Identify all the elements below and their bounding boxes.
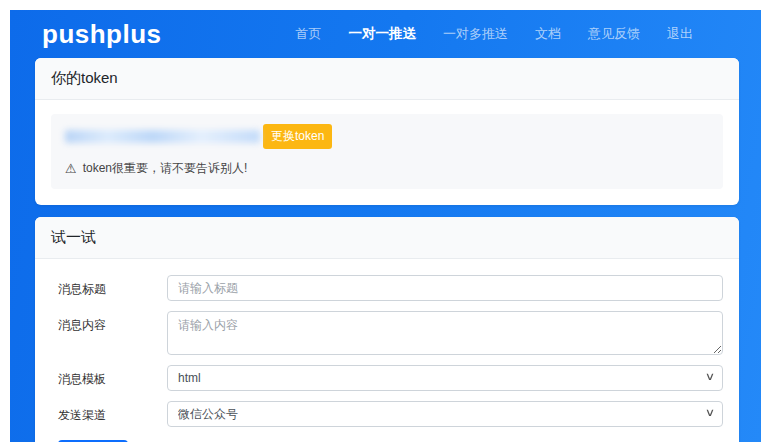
try-card-body: 消息标题 消息内容 消息模板 html ∨ 发送渠道: [35, 259, 739, 442]
send-channel-label: 发送渠道: [51, 401, 167, 424]
masked-token-value: [65, 130, 260, 143]
token-card-body: 更换token ⚠ token很重要，请不要告诉别人!: [35, 100, 739, 205]
form-row-channel: 发送渠道 微信公众号 ∨: [51, 401, 723, 427]
nav-item-one-to-many-push[interactable]: 一对多推送: [443, 25, 508, 43]
message-content-label: 消息内容: [51, 311, 167, 334]
send-channel-select-wrap: 微信公众号 ∨: [167, 401, 723, 427]
message-content-textarea[interactable]: [167, 311, 723, 355]
token-card-title: 你的token: [51, 69, 118, 86]
nav-item-logout[interactable]: 退出: [667, 25, 693, 43]
change-token-button[interactable]: 更换token: [263, 124, 332, 149]
form-row-template: 消息模板 html ∨: [51, 365, 723, 391]
token-box: 更换token ⚠ token很重要，请不要告诉别人!: [51, 114, 723, 189]
token-warning-text: token很重要，请不要告诉别人!: [83, 160, 248, 177]
token-row: 更换token: [65, 124, 709, 149]
top-navbar: pushplus 首页 一对一推送 一对多推送 文档 意见反馈 退出: [10, 10, 761, 58]
brand-logo[interactable]: pushplus: [42, 19, 162, 50]
send-channel-select[interactable]: 微信公众号: [167, 401, 723, 427]
token-card-header: 你的token: [35, 58, 739, 100]
nav-item-feedback[interactable]: 意见反馈: [588, 25, 640, 43]
message-template-select[interactable]: html: [167, 365, 723, 391]
message-title-label: 消息标题: [51, 275, 167, 298]
form-row-content: 消息内容: [51, 311, 723, 355]
nav-item-docs[interactable]: 文档: [535, 25, 561, 43]
try-card: 试一试 消息标题 消息内容 消息模板 html ∨: [35, 217, 739, 442]
message-template-select-wrap: html ∨: [167, 365, 723, 391]
try-card-header: 试一试: [35, 217, 739, 259]
spacer: [10, 205, 761, 217]
try-card-title: 试一试: [51, 228, 96, 245]
message-title-input[interactable]: [167, 275, 723, 301]
form-row-title: 消息标题: [51, 275, 723, 301]
page-background: pushplus 首页 一对一推送 一对多推送 文档 意见反馈 退出 你的tok…: [10, 10, 761, 442]
main-nav: 首页 一对一推送 一对多推送 文档 意见反馈 退出: [296, 25, 694, 43]
nav-item-one-to-one-push[interactable]: 一对一推送: [349, 25, 417, 43]
token-card: 你的token 更换token ⚠ token很重要，请不要告诉别人!: [35, 58, 739, 205]
nav-item-home[interactable]: 首页: [296, 25, 322, 43]
warning-triangle-icon: ⚠: [65, 162, 77, 175]
message-template-label: 消息模板: [51, 365, 167, 388]
token-warning: ⚠ token很重要，请不要告诉别人!: [65, 160, 709, 177]
